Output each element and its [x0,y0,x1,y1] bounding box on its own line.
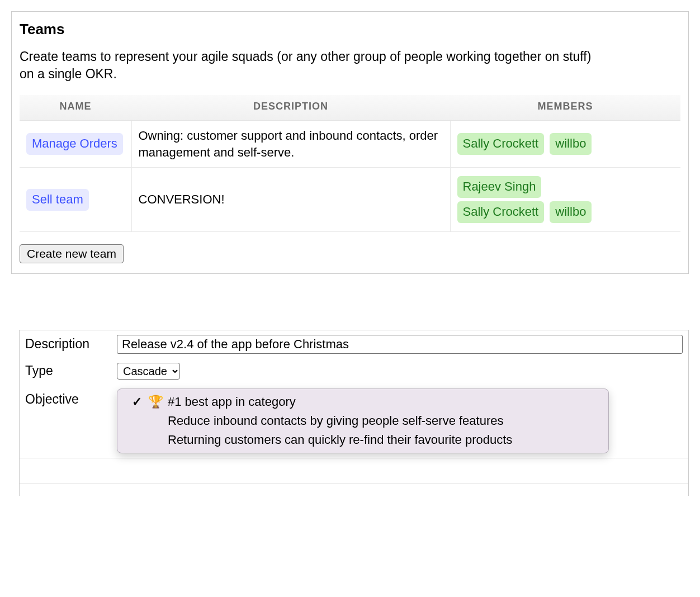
objective-option[interactable]: ✓ 🏆 #1 best app in category [117,392,608,411]
member-chip[interactable]: willbo [550,201,592,223]
teams-title: Teams [20,21,680,38]
objective-option-label: #1 best app in category [168,395,296,409]
create-new-team-button[interactable]: Create new team [20,244,124,263]
teams-table: Name Description Members Manage Orders O… [20,95,680,232]
member-chip[interactable]: Sally Crockett [457,201,545,223]
team-link-manage-orders[interactable]: Manage Orders [26,133,123,155]
objective-dropdown-menu: ✓ 🏆 #1 best app in category ✓ 🏆 Reduce i… [117,388,609,453]
objective-dropdown[interactable]: ✓ 🏆 #1 best app in category ✓ 🏆 Reduce i… [117,388,683,453]
team-description-cell: Owning: customer support and inbound con… [131,121,450,168]
form-row-type: Type Cascade [20,358,688,384]
objective-form-panel: Description Type Cascade Objective ✓ 🏆 #… [19,330,689,496]
label-type: Type [25,363,109,378]
teams-description-line2: on a single OKR. [20,65,680,83]
form-row-objective: Objective ✓ 🏆 #1 best app in category ✓ … [20,384,688,458]
teams-panel: Teams Create teams to represent your agi… [11,11,689,274]
objective-option[interactable]: ✓ 🏆 Reduce inbound contacts by giving pe… [117,411,608,430]
teams-description-line1: Create teams to represent your agile squ… [20,49,591,64]
form-row-description: Description [20,330,688,358]
label-objective: Objective [25,388,109,407]
team-members-cell: Rajeev Singh Sally Crockett willbo [450,168,680,231]
check-icon: ✓ [131,395,143,409]
col-header-description: Description [131,95,450,121]
team-link-sell-team[interactable]: Sell team [26,189,89,211]
teams-description: Create teams to represent your agile squ… [20,48,680,83]
teams-table-header-row: Name Description Members [20,95,680,121]
description-input[interactable] [117,335,683,354]
form-row-empty [20,458,688,484]
objective-option-label: Reduce inbound contacts by giving people… [168,414,503,428]
table-row: Manage Orders Owning: customer support a… [20,121,680,168]
form-row-cutoff [20,484,688,496]
objective-option-label: Returning customers can quickly re-find … [168,433,512,447]
team-description-cell: CONVERSION! [131,168,450,231]
col-header-members: Members [450,95,680,121]
member-chip[interactable]: Rajeev Singh [457,176,542,198]
objective-option[interactable]: ✓ 🏆 Returning customers can quickly re-f… [117,430,608,449]
team-members-cell: Sally Crockett willbo [450,121,680,168]
col-header-name: Name [20,95,131,121]
table-row: Sell team CONVERSION! Rajeev Singh Sally… [20,168,680,231]
member-chip[interactable]: Sally Crockett [457,133,545,155]
member-chip[interactable]: willbo [550,133,592,155]
label-description: Description [25,337,109,352]
type-select[interactable]: Cascade [117,363,180,380]
trophy-icon: 🏆 [148,395,163,409]
